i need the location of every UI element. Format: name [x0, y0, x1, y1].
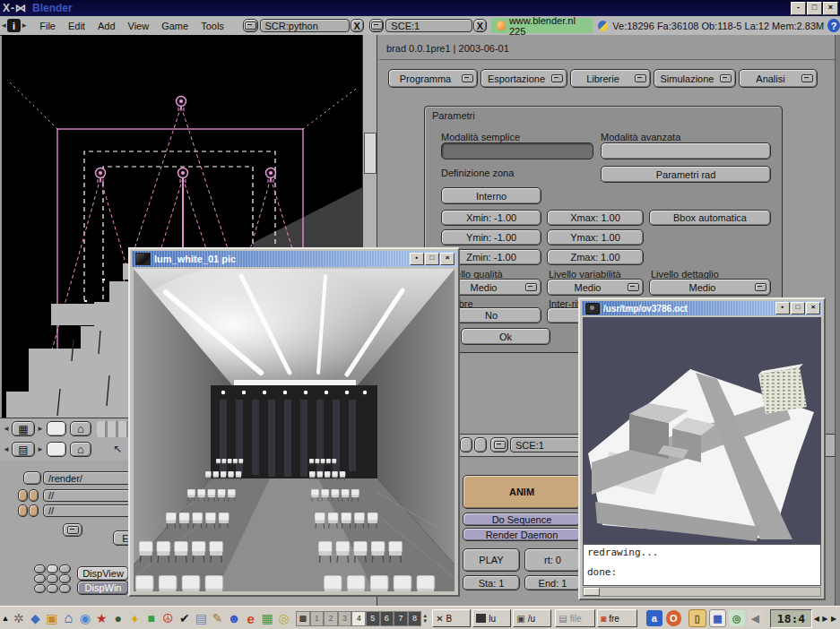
console-scrollbar[interactable] [583, 587, 821, 597]
sta-field[interactable]: Sta: 1 [463, 575, 520, 590]
fullscreen2-icon[interactable] [47, 442, 66, 457]
panel-hide-arrow[interactable]: ▲ [0, 614, 11, 623]
header2-left-arrow-icon[interactable]: ◄ [3, 445, 10, 453]
backbuf-toggle-button[interactable] [29, 489, 39, 502]
minimize-button[interactable]: - [791, 2, 806, 15]
grid-button-6[interactable] [59, 574, 71, 583]
document-icon[interactable]: ▤ [193, 609, 209, 627]
home-icon[interactable]: ⌂ [70, 421, 91, 436]
volume-tray-icon[interactable]: ◀ [748, 610, 764, 626]
pager-desktop-3[interactable]: 3 [338, 611, 352, 626]
parametri-rad-button[interactable]: Parametri rad [601, 166, 771, 183]
grid-button-2[interactable] [47, 564, 58, 573]
task-lum-window[interactable]: lu [472, 609, 511, 627]
backbuf-picker-button[interactable] [18, 489, 28, 502]
pager-scroll-arrows[interactable]: ▲▼ [421, 613, 429, 624]
grid-button-3[interactable] [59, 564, 71, 573]
ftype-picker-button[interactable] [18, 504, 28, 517]
scene-field[interactable]: SCE:1 [385, 19, 472, 32]
librerie-menu[interactable]: Librerie [570, 69, 651, 88]
blender-link[interactable]: www.blender.nl 225 [491, 18, 593, 33]
xmax-field[interactable]: Xmax: 1.00 [547, 210, 644, 226]
cursor-tool-icon[interactable]: ↖ [113, 443, 122, 455]
star-icon[interactable]: ★ [93, 609, 109, 627]
do-sequence-button[interactable]: Do Sequence [463, 513, 581, 526]
buttons-window-icon[interactable]: ▤ [12, 442, 35, 457]
header2-right-arrow-icon[interactable]: ► [37, 445, 44, 453]
task-blender[interactable]: ✕B [432, 609, 471, 627]
oct-maximize-button[interactable]: □ [791, 302, 805, 314]
variabilita-dropdown[interactable]: Medio [547, 279, 644, 296]
help-button[interactable]: ? [827, 19, 840, 32]
analisi-menu[interactable]: Analisi [739, 69, 818, 88]
task-oct-window[interactable]: ▣/u [513, 609, 551, 627]
scene-link-dropdown[interactable] [63, 523, 82, 537]
close-button[interactable]: × [823, 2, 838, 15]
paint-icon[interactable]: ◆ [27, 609, 43, 627]
dispwin-button[interactable]: DispWin [77, 581, 129, 595]
task-fre[interactable]: ◙fre [597, 609, 637, 627]
pager-desktop-8[interactable]: 8 [408, 611, 422, 626]
menu-right-arrow-icon[interactable]: ► [21, 22, 28, 30]
pager-mode-button[interactable]: ▩ [296, 611, 310, 626]
fullscreen-icon[interactable] [47, 421, 66, 436]
clock-next-arrow[interactable]: ▶ [821, 615, 830, 623]
esportazione-menu[interactable]: Esportazione [481, 69, 567, 88]
screen-dropdown-button[interactable] [243, 19, 258, 32]
scrollbar-thumb[interactable] [584, 588, 600, 596]
pager-desktop-7[interactable]: 7 [394, 611, 408, 626]
end-field[interactable]: End: 1 [524, 575, 581, 590]
maximize-button[interactable]: □ [807, 2, 822, 15]
bird-icon[interactable]: ✔ [177, 609, 193, 627]
menu-view[interactable]: View [122, 21, 156, 31]
interno-button[interactable]: Interno [441, 187, 541, 204]
pic-close-button[interactable]: × [440, 253, 455, 265]
face-icon[interactable]: ☻ [226, 609, 242, 627]
oct-close-button[interactable]: × [806, 302, 820, 314]
viewport-scroll-thumb[interactable] [364, 133, 377, 174]
render-scene-field[interactable]: SCE:1 [510, 437, 585, 452]
dispview-button[interactable]: DispView [77, 566, 129, 581]
monitor-icon[interactable]: ▦ [259, 609, 275, 627]
grid-button-8[interactable] [47, 584, 58, 593]
menu-file[interactable]: File [33, 21, 62, 31]
grid-button-5[interactable] [47, 574, 58, 583]
world-icon[interactable]: ● [110, 609, 126, 627]
menu-game[interactable]: Game [155, 21, 195, 31]
scene-dropdown-button[interactable] [369, 19, 385, 32]
gear-icon[interactable]: ✲ [11, 609, 27, 627]
cd-icon[interactable]: ◎ [275, 609, 291, 627]
task-file[interactable]: ▤file [555, 609, 595, 627]
pager-desktop-6[interactable]: 6 [380, 611, 394, 626]
browser-icon[interactable]: e [242, 609, 258, 627]
window-tool-icon[interactable]: ▣ [44, 609, 60, 627]
grid-button-4[interactable] [34, 574, 46, 583]
grid-button-9[interactable] [59, 584, 71, 593]
ymax-field[interactable]: Ymax: 1.00 [547, 229, 644, 246]
ok-button[interactable]: Ok [461, 328, 550, 345]
menu-add[interactable]: Add [91, 21, 122, 31]
grid-button-7[interactable] [34, 584, 46, 593]
pic-titlebar[interactable]: lum_white_01 pic ▪ □ × [132, 251, 456, 267]
lock-tray-icon[interactable]: a [646, 610, 662, 626]
pic-minimize-button[interactable]: ▪ [410, 253, 424, 265]
app-menu-button[interactable]: i [7, 19, 21, 32]
pager-desktop-1[interactable]: 1 [310, 611, 325, 626]
ymin-field[interactable]: Ymin: -1.00 [441, 229, 541, 246]
clock-prev-arrow[interactable]: ◀ [812, 615, 821, 623]
simulazione-menu[interactable]: Simulazione [654, 69, 736, 88]
menu-tools[interactable]: Tools [195, 21, 230, 31]
scene-close-button[interactable]: X [473, 19, 487, 32]
lifebuoy-icon[interactable]: ☮ [160, 609, 176, 627]
power-tray-icon[interactable]: O [666, 610, 682, 626]
ftype-toggle-button[interactable] [29, 504, 39, 517]
clipboard-tray-icon[interactable]: ▯ [688, 609, 706, 627]
grid-button-1[interactable] [34, 564, 46, 573]
pen-icon[interactable]: ✎ [209, 609, 225, 627]
render-path-picker-button[interactable] [23, 471, 41, 485]
pager-desktop-2[interactable]: 2 [324, 611, 338, 626]
duck-icon[interactable]: ♦ [126, 609, 143, 627]
render-scene-dropdown[interactable] [490, 437, 508, 452]
xmin-field[interactable]: Xmin: -1.00 [441, 210, 541, 226]
header1-right-arrow-icon[interactable]: ► [37, 425, 44, 433]
